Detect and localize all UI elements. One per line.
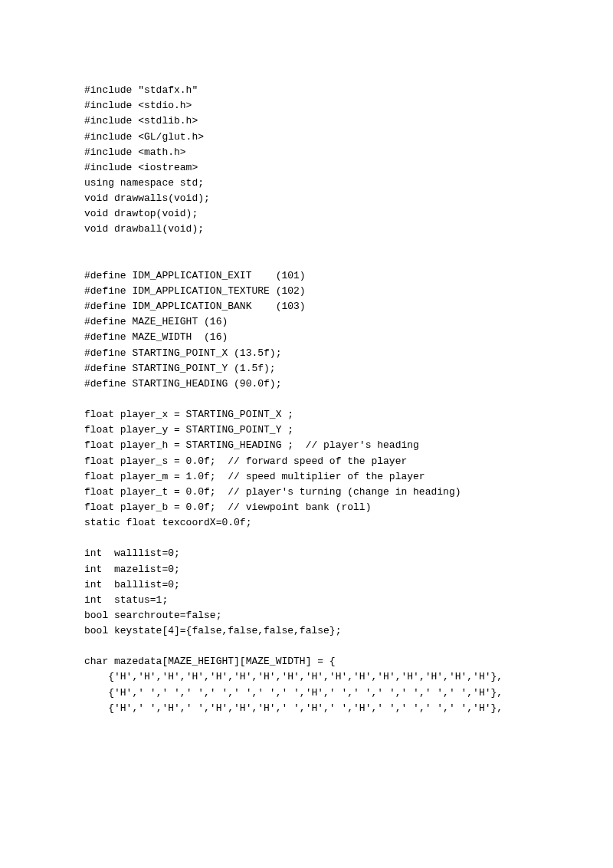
code-content: #include "stdafx.h" #include <stdio.h> #… [84,84,503,714]
code-document: #include "stdafx.h" #include <stdio.h> #… [0,0,613,747]
